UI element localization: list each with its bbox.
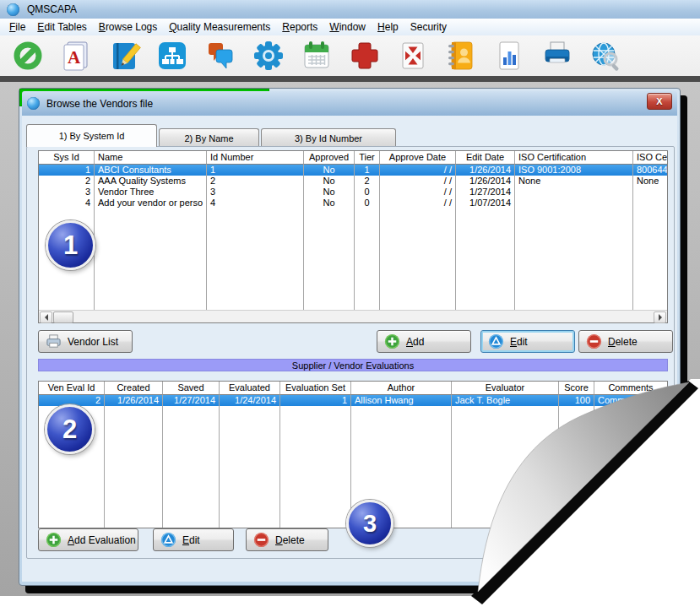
edit-icon (160, 532, 176, 548)
svg-text:A: A (68, 47, 81, 68)
printer-icon[interactable] (540, 39, 574, 73)
tab-by-id-number[interactable]: 3) By Id Number (261, 128, 396, 147)
dialog-titlebar[interactable]: Browse the Vendors file (22, 91, 677, 116)
report-chart-icon[interactable] (491, 39, 526, 73)
address-book-icon[interactable] (443, 39, 478, 73)
menu-edit-tables[interactable]: Edit Tables (31, 19, 93, 35)
horizontal-scrollbar[interactable] (39, 310, 667, 322)
menu-quality-measurements[interactable]: Quality Measurements (163, 19, 276, 35)
toolbar: A (0, 35, 700, 76)
app-titlebar: QMSCAPA (0, 0, 700, 19)
callout-2: 2 (45, 404, 95, 454)
delete-vendor-button[interactable]: Delete (578, 330, 673, 353)
add-icon (46, 532, 62, 548)
dialog-globe-icon (27, 97, 40, 110)
menu-security[interactable]: Security (404, 19, 453, 35)
menu-reports[interactable]: Reports (276, 19, 323, 35)
table-row[interactable]: 3 Vendor Three 3 No 0 / / 1/27/2014 (39, 187, 667, 198)
chat-icon[interactable] (203, 39, 237, 73)
scroll-left-arrow-icon (41, 314, 48, 321)
vendors-table-header: Sys Id Name Id Number Approved Tier Appr… (39, 151, 667, 165)
gear-icon[interactable] (251, 39, 285, 73)
edit-vendor-button[interactable]: Edit (480, 330, 575, 353)
evaluations-table-header: Ven Eval Id Created Saved Evaluated Eval… (39, 382, 667, 395)
table-row[interactable]: 2 1/26/2014 1/27/2014 1/24/2014 1 Alliso… (39, 395, 667, 406)
app-title: QMSCAPA (27, 3, 77, 15)
pdf-document-icon[interactable]: A (58, 39, 93, 73)
web-search-icon[interactable] (588, 39, 622, 73)
calendar-icon[interactable] (299, 39, 334, 73)
add-icon (384, 333, 400, 349)
scroll-right-button[interactable] (654, 311, 666, 323)
menu-browse-logs[interactable]: Browse Logs (93, 19, 163, 35)
add-vendor-button[interactable]: Add (377, 330, 471, 353)
toolbar-bottom-edge (0, 76, 700, 82)
notebook-edit-icon[interactable] (106, 39, 141, 73)
table-row[interactable]: 4 Add your vendor or perso 4 No 0 / / 1/… (39, 198, 667, 209)
no-icon[interactable] (10, 39, 45, 73)
scroll-right-arrow-icon (659, 314, 665, 321)
callout-3: 3 (346, 500, 393, 547)
table-row[interactable]: 2 AAA Quality Systems 2 No 2 / / 1/26/20… (39, 176, 667, 187)
add-evaluation-button[interactable]: Add Evaluation (38, 528, 138, 551)
add-cross-icon[interactable] (347, 39, 382, 73)
menubar: File Edit Tables Browse Logs Quality Mea… (0, 19, 700, 35)
app-logo-globe-icon (7, 3, 19, 16)
close-button[interactable]: X (647, 93, 672, 110)
menu-file[interactable]: File (3, 19, 31, 35)
delete-icon (586, 333, 602, 349)
import-document-icon[interactable] (395, 39, 430, 73)
edit-evaluation-button[interactable]: Edit (153, 528, 234, 551)
printer-icon (46, 333, 62, 349)
tab-by-name[interactable]: 2) By Name (159, 128, 259, 147)
menu-window[interactable]: Window (323, 19, 372, 35)
delete-evaluation-button[interactable]: Delete (246, 528, 328, 551)
dialog-title: Browse the Vendors file (46, 98, 153, 110)
scroll-left-button[interactable] (40, 311, 52, 323)
callout-1: 1 (46, 220, 95, 270)
vendor-list-button[interactable]: Vendor List (38, 330, 133, 353)
menu-help[interactable]: Help (372, 19, 404, 35)
supplier-evaluations-banner-bottom: Supplier / Vendor Evaluations (38, 359, 668, 371)
tab-by-system-id[interactable]: 1) By System Id (26, 124, 157, 147)
scrollbar-thumb[interactable] (53, 311, 73, 323)
vendors-table: Sys Id Name Id Number Approved Tier Appr… (38, 150, 668, 323)
sitemap-icon[interactable] (155, 39, 189, 73)
edit-icon (488, 333, 504, 349)
delete-icon (253, 532, 269, 548)
table-row[interactable]: 1 ABCI Consultants 1 No 1 / / 1/26/2014 … (39, 165, 667, 176)
vendors-table-empty-area (39, 209, 667, 310)
